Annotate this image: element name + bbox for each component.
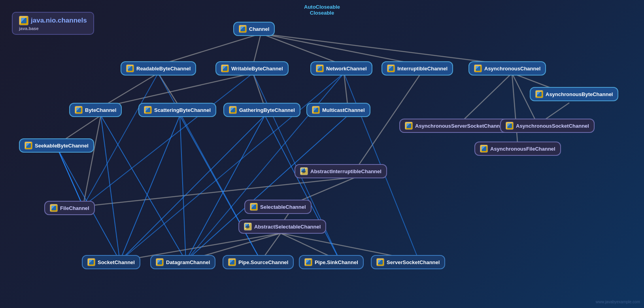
gathering-label: GatheringByteChannel [239, 107, 295, 113]
scattering-label: ScatteringByteChannel [154, 107, 211, 113]
asyncfile-label: AsynchronousFileChannel [490, 146, 555, 152]
seekable-label: SeekableByteChannel [35, 143, 89, 149]
abstractsel-icon [244, 223, 252, 231]
node-AsyncSocketChannel[interactable]: AsynchronousSocketChannel [500, 119, 595, 133]
svg-line-7 [101, 73, 253, 108]
datagram-icon [156, 258, 164, 266]
socket-icon [87, 258, 95, 266]
network-icon [316, 64, 324, 72]
svg-line-2 [261, 34, 344, 65]
node-ScatteringByteChannel[interactable]: ScatteringByteChannel [138, 103, 216, 117]
node-InterruptibleChannel[interactable]: InterruptibleChannel [381, 61, 453, 76]
node-FileChannel[interactable]: FileChannel [44, 201, 95, 215]
datagram-label: DatagramChannel [166, 259, 210, 265]
writable-icon [221, 64, 229, 72]
abstractsel-label: AbstractSelectableChannel [254, 224, 321, 230]
file-label: FileChannel [60, 205, 89, 211]
svg-line-44 [57, 148, 83, 206]
module-icon [19, 16, 28, 25]
asyncfile-icon [480, 145, 488, 153]
svg-line-5 [101, 73, 158, 108]
svg-line-9 [344, 73, 348, 108]
socket-label: SocketChannel [98, 259, 135, 265]
node-PipeSourceChannel[interactable]: Pipe.SourceChannel [223, 255, 294, 269]
async-icon [474, 64, 482, 72]
selectable-icon [250, 203, 258, 211]
serversocket-label: ServerSocketChannel [387, 259, 440, 265]
node-WritableByteChannel[interactable]: WritableByteChannel [215, 61, 289, 76]
channel-label: Channel [249, 26, 269, 32]
node-SocketChannel[interactable]: SocketChannel [82, 255, 140, 269]
module-title: java.nio.channels [31, 17, 87, 25]
svg-line-42 [83, 73, 253, 206]
watermark: www.javabyexample.com [596, 300, 640, 304]
asyncsocket-label: AsynchronousSocketChannel [516, 123, 589, 129]
multicast-label: MulticastChannel [322, 107, 365, 113]
svg-line-29 [101, 115, 186, 261]
multicast-icon [312, 106, 320, 114]
asyncserver-icon [405, 122, 413, 130]
node-AbstractInterruptibleChannel[interactable]: AbstractInterruptibleChannel [295, 164, 387, 178]
abstractint-icon [300, 167, 308, 175]
svg-line-14 [512, 73, 518, 147]
svg-line-40 [83, 73, 158, 206]
svg-line-28 [101, 115, 120, 261]
node-DatagramChannel[interactable]: DatagramChannel [150, 255, 215, 269]
svg-line-19 [83, 177, 356, 206]
svg-line-35 [265, 115, 340, 261]
svg-line-31 [180, 115, 186, 261]
svg-line-26 [57, 148, 83, 206]
async-label: AsynchronousChannel [484, 66, 540, 72]
module-sub: java.base [19, 26, 39, 31]
pipesink-label: Pipe.SinkChannel [315, 259, 358, 265]
node-PipeSinkChannel[interactable]: Pipe.SinkChannel [299, 255, 364, 269]
svg-line-32 [180, 115, 261, 261]
gathering-icon [229, 106, 237, 114]
abstractint-label: AbstractInterruptibleChannel [310, 168, 381, 174]
asyncserver-label: AsynchronousServerSocketChannel [415, 123, 504, 129]
node-GatheringByteChannel[interactable]: GatheringByteChannel [223, 103, 300, 117]
svg-line-1 [253, 34, 261, 65]
node-Channel[interactable]: Channel [233, 22, 275, 36]
readable-icon [126, 64, 134, 72]
node-NetworkChannel[interactable]: NetworkChannel [310, 61, 372, 76]
node-SelectableChannel[interactable]: SelectableChannel [244, 200, 312, 214]
node-ByteChannel[interactable]: ByteChannel [69, 103, 122, 117]
svg-line-12 [459, 73, 512, 125]
node-AsyncServerSocketChannel[interactable]: AsynchronousServerSocketChannel [399, 119, 510, 133]
svg-line-0 [158, 34, 261, 65]
svg-line-6 [158, 73, 180, 108]
node-ReadableByteChannel[interactable]: ReadableByteChannel [121, 61, 196, 76]
asyncsocket-icon [506, 122, 514, 130]
pipesource-icon [228, 258, 236, 266]
interruptible-icon [387, 64, 395, 72]
asyncbyte-icon [535, 90, 543, 98]
readable-label: ReadableByteChannel [136, 66, 191, 72]
writable-label: WritableByteChannel [231, 66, 283, 72]
node-MulticastChannel[interactable]: MulticastChannel [306, 103, 370, 117]
module-badge: java.nio.channels java.base [12, 12, 94, 35]
svg-line-4 [261, 34, 512, 65]
seekable-icon [25, 142, 32, 149]
channel-icon [239, 25, 247, 33]
byte-icon [75, 106, 83, 114]
pipesource-label: Pipe.SourceChannel [238, 259, 288, 265]
svg-line-30 [120, 115, 180, 261]
node-ServerSocketChannel[interactable]: ServerSocketChannel [371, 255, 445, 269]
svg-line-8 [253, 73, 265, 108]
node-AsynchronousChannel[interactable]: AsynchronousChannel [468, 61, 546, 76]
node-SeekableByteChannel[interactable]: SeekableByteChannel [19, 138, 94, 153]
diagram-container: AutoCloseable Closeable java.nio.channel… [0, 0, 644, 308]
serversocket-icon [376, 258, 384, 266]
svg-line-3 [261, 34, 421, 65]
scattering-icon [144, 106, 152, 114]
node-AsyncFileChannel[interactable]: AsynchronousFileChannel [474, 142, 561, 156]
interruptible-label: InterruptibleChannel [397, 66, 448, 72]
parent-interfaces-label: AutoCloseable Closeable [304, 4, 340, 16]
pipesink-icon [304, 258, 312, 266]
node-AsynchronousByteChannel[interactable]: AsynchronousByteChannel [530, 87, 618, 101]
asyncbyte-label: AsynchronousByteChannel [546, 91, 613, 97]
node-AbstractSelectableChannel[interactable]: AbstractSelectableChannel [238, 219, 326, 234]
file-icon [50, 204, 58, 212]
selectable-label: SelectableChannel [260, 204, 306, 210]
